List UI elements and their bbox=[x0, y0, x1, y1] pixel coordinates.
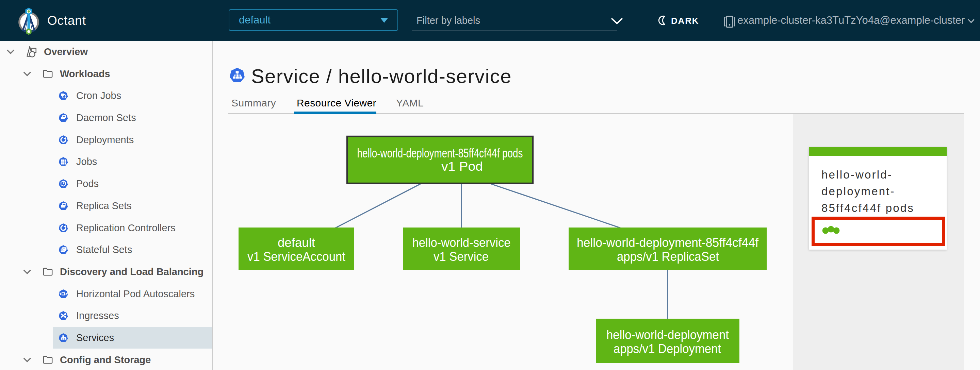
svg-text:default: default bbox=[278, 236, 315, 249]
svg-text:hello-world-deployment: hello-world-deployment bbox=[606, 328, 729, 342]
svg-text:apps/v1 ReplicaSet: apps/v1 ReplicaSet bbox=[617, 249, 719, 264]
svg-text:apps/v1 Deployment: apps/v1 Deployment bbox=[614, 342, 721, 356]
svg-text:v1 Pod: v1 Pod bbox=[441, 159, 483, 173]
svg-text:hello-world-deployment-85ff4cf: hello-world-deployment-85ff4cf44f bbox=[577, 236, 759, 249]
svg-text:v1 ServiceAccount: v1 ServiceAccount bbox=[247, 249, 345, 264]
svg-text:hello-world-deployment-85ff4cf: hello-world-deployment-85ff4cf44f pods bbox=[357, 146, 523, 160]
svg-text:hello-world-service: hello-world-service bbox=[412, 236, 511, 249]
svg-text:v1 Service: v1 Service bbox=[434, 249, 488, 264]
